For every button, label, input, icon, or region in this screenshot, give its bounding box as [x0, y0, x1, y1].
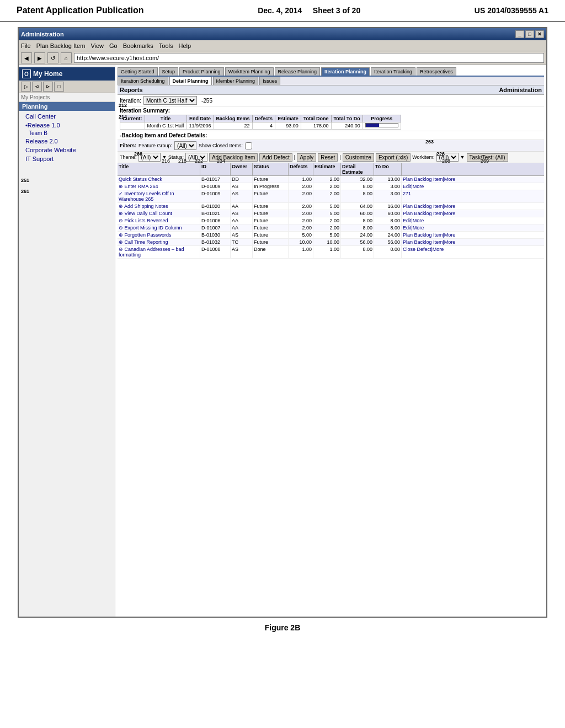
- close-button[interactable]: ✕: [535, 30, 544, 38]
- export-btn[interactable]: Export (.xls): [376, 153, 411, 162]
- customize-btn[interactable]: Customize: [343, 153, 374, 162]
- nav-icon-g[interactable]: ⊳: [43, 82, 53, 92]
- cell-todo: 3.00: [374, 183, 402, 190]
- menu-file[interactable]: File: [21, 42, 31, 49]
- cell-defects: 1.00: [289, 176, 313, 183]
- menu-bookmarks[interactable]: Bookmarks: [123, 42, 153, 49]
- annotation-261: 261: [21, 189, 29, 194]
- planning-header: Planning: [19, 102, 115, 111]
- sidebar-item-it-support[interactable]: IT Support: [19, 154, 115, 163]
- menu-help[interactable]: Help: [178, 42, 191, 49]
- summary-col-progress: Progress: [363, 115, 401, 122]
- col-header-defects: Defects: [289, 163, 313, 175]
- summary-progress-val: [363, 122, 401, 130]
- cell-action[interactable]: Edit|More: [402, 224, 468, 231]
- nav-icon-e[interactable]: □: [54, 82, 64, 92]
- cell-action[interactable]: Edit|More: [402, 183, 468, 190]
- summary-backlog-val: 22: [214, 122, 252, 130]
- cell-defects: 2.00: [289, 190, 313, 202]
- content-area: 206 Getting Started Setup Product Planni…: [115, 65, 546, 617]
- cell-action[interactable]: Plan Backlog Item|More: [402, 210, 468, 217]
- cell-id: D-01009: [200, 190, 231, 202]
- cell-title[interactable]: ✓ Inventory Levels Off In Warehouse 265: [118, 190, 200, 202]
- menu-plan-backlog[interactable]: Plan Backlog Item: [36, 42, 86, 49]
- back-button[interactable]: ◀: [21, 52, 32, 63]
- cell-status: In Progress: [253, 183, 289, 190]
- cell-todo: 8.00: [374, 224, 402, 231]
- sidebar-item-teamb[interactable]: Team B: [19, 130, 115, 137]
- apply-btn[interactable]: Apply: [297, 153, 316, 162]
- cell-todo: 13.00: [374, 176, 402, 183]
- cell-action[interactable]: Plan Backlog Item|More: [402, 232, 468, 238]
- tab-setup[interactable]: Setup: [159, 67, 179, 76]
- cell-detail-estimate: 8.00: [341, 190, 374, 202]
- cell-id: B-01017: [200, 176, 231, 183]
- cell-title[interactable]: ⊖ Canadian Addresses – bad formatting: [118, 246, 200, 258]
- sidebar: O My Home ▷ ⊲ ⊳ □ My Projects Planning C…: [19, 65, 115, 617]
- cell-defects: 1.00: [289, 246, 313, 258]
- cell-title[interactable]: ⊖ Export Missing ID Column: [118, 224, 200, 231]
- cell-title[interactable]: ⊕ Enter RMA 264: [118, 183, 200, 190]
- table-row: ⊖ Canadian Addresses – bad formatting D-…: [118, 246, 544, 259]
- restore-button[interactable]: □: [525, 30, 534, 38]
- tab-iteration-tracking[interactable]: Iteration Tracking: [371, 67, 415, 76]
- address-input[interactable]: [74, 53, 544, 63]
- table-row: ⊕ Enter RMA 264 D-01009 AS In Progress 2…: [118, 183, 544, 190]
- cell-action[interactable]: Close Defect|More: [402, 246, 468, 258]
- patent-meta: Dec. 4, 2014 Sheet 3 of 20: [258, 6, 360, 15]
- cell-action[interactable]: Edit|More: [402, 217, 468, 224]
- sidebar-my-projects: My Projects: [21, 94, 50, 100]
- col-header-todo: To Do: [374, 163, 402, 175]
- annotation-214: 214: [119, 114, 127, 120]
- iteration-select[interactable]: Month C 1st Half: [143, 96, 197, 105]
- menu-go[interactable]: Go: [109, 42, 118, 49]
- cell-action[interactable]: Plan Backlog Item|More: [402, 203, 468, 210]
- nav-icon-k[interactable]: ⊲: [32, 82, 42, 92]
- cell-action[interactable]: Plan Backlog Item|More: [402, 176, 468, 183]
- nav-icon-back[interactable]: ▷: [21, 82, 31, 92]
- cell-title[interactable]: ⊕ Call Time Reporting: [118, 239, 200, 245]
- cell-title[interactable]: ⊖ Pick Lists Reversed: [118, 217, 200, 224]
- cell-action[interactable]: 271: [402, 190, 468, 202]
- subtab-issues[interactable]: Issues: [259, 77, 280, 85]
- figure-label: Figure 2B: [0, 618, 565, 638]
- application-window: Administration _ □ ✕ File Plan Backlog I…: [18, 27, 547, 618]
- cell-title[interactable]: Quick Status Check: [118, 176, 200, 183]
- table-row: ⊕ Add Shipping Notes B-01020 AA Future 2…: [118, 203, 544, 210]
- menu-tools[interactable]: Tools: [159, 42, 173, 49]
- cell-action[interactable]: Plan Backlog Item|More: [402, 239, 468, 245]
- cell-title[interactable]: ⊕ Add Shipping Notes: [118, 203, 200, 210]
- subtab-detail-planning[interactable]: Detail Planning: [169, 77, 212, 85]
- sidebar-item-release10[interactable]: •Release 1.0: [19, 121, 115, 130]
- minimize-button[interactable]: _: [515, 30, 524, 38]
- sidebar-item-corporate[interactable]: Corporate Website: [19, 146, 115, 154]
- summary-total-todo-val: 240.00: [331, 122, 363, 130]
- sidebar-item-call-center[interactable]: Call Center: [19, 112, 115, 121]
- annotation-226: 226: [436, 151, 445, 157]
- home-button[interactable]: ⌂: [61, 52, 72, 63]
- forward-button[interactable]: ▶: [34, 52, 45, 63]
- cell-title[interactable]: ⊕ View Daily Call Count: [118, 210, 200, 217]
- show-closed-checkbox[interactable]: [245, 142, 252, 149]
- sidebar-item-release20[interactable]: Release 2.0: [19, 137, 115, 146]
- tab-workitem-planning[interactable]: WorkItem Planning: [225, 67, 274, 76]
- feature-group-select[interactable]: (All): [174, 141, 196, 150]
- tab-getting-started[interactable]: Getting Started: [118, 67, 158, 76]
- cell-id: D-01009: [200, 183, 231, 190]
- subtab-member-planning[interactable]: Member Planning: [213, 77, 259, 85]
- reset-btn[interactable]: Reset: [318, 153, 338, 162]
- tab-product-planning[interactable]: Product Planning: [179, 67, 224, 76]
- cell-title[interactable]: ⊕ Forgotten Passwords: [118, 232, 200, 238]
- cell-detail-estimate: 60.00: [341, 210, 374, 217]
- tab-iteration-planning[interactable]: Iteration Planning: [321, 67, 370, 76]
- add-defect-btn[interactable]: Add Defect: [259, 153, 292, 162]
- cell-detail-estimate: 8.00: [341, 183, 374, 190]
- menu-view[interactable]: View: [90, 42, 104, 49]
- tab-retrospectives[interactable]: Retrospectives: [417, 67, 456, 76]
- summary-col-backlog: Backlog Items: [214, 115, 252, 122]
- cell-owner: AA: [231, 217, 253, 224]
- tab-release-planning[interactable]: Release Planning: [275, 67, 321, 76]
- col-header-id: ID: [200, 163, 231, 175]
- reload-button[interactable]: ↺: [47, 52, 58, 63]
- subtab-iteration-scheduling[interactable]: Iteration Scheduling: [118, 77, 168, 85]
